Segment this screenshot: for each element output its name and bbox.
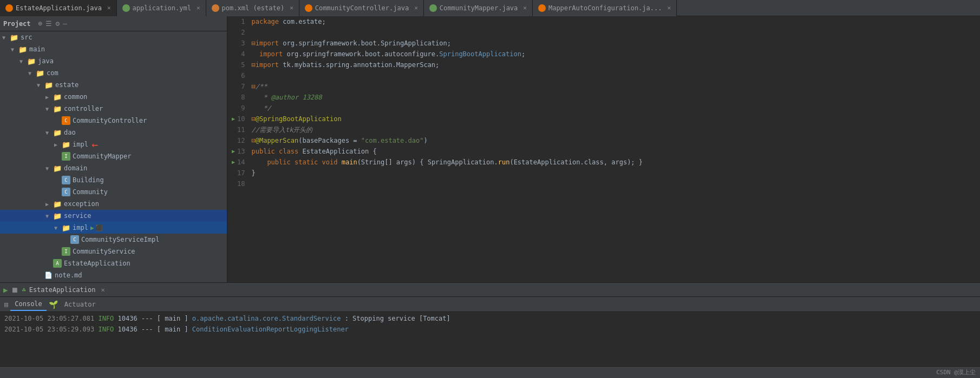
line-num-4: 4 [232, 49, 245, 59]
tree-item-community[interactable]: C Community [0, 186, 227, 198]
expand-arrow: ▶ [45, 201, 52, 207]
line-num-7: 7 [232, 81, 245, 92]
sidebar-icon-3[interactable]: ⚙ [55, 19, 60, 28]
tree-label: dao [64, 129, 76, 136]
java-class-icon: C [62, 116, 70, 125]
line-num-9: 9 [232, 103, 245, 114]
tree-item-estate-application[interactable]: A EstateApplication [0, 257, 227, 269]
tree-label: com [47, 69, 58, 77]
tree-label: service [64, 212, 92, 220]
tab-actuator[interactable]: Actuator [60, 299, 100, 310]
expand-arrow: ▶ [54, 142, 61, 148]
run-app-label: EstateApplication [29, 286, 96, 294]
gutter-run-icon-13[interactable]: ▶ [232, 146, 235, 157]
tree-label: estate [55, 81, 79, 89]
tab-close-icon[interactable]: ✕ [414, 4, 418, 11]
code-line-10: ⊟@SpringBootApplication [251, 114, 980, 124]
expand-arrow: ▼ [45, 106, 52, 112]
folder-icon: 📁 [44, 81, 53, 89]
tree-label: controller [64, 105, 103, 112]
tab-label: application.yml [133, 4, 191, 12]
tab-community-controller[interactable]: CommunityController.java ✕ [299, 0, 424, 16]
stop-icon[interactable]: ⏹ [11, 286, 18, 294]
line-num-18: 18 [232, 178, 245, 189]
log-timestamp: 2021-10-05 23:05:29.093 [4, 326, 94, 333]
main-content: Project ⊕ ☰ ⚙ — ▼ 📁 src ▼ 📁 main ▼ 📁 jav… [0, 16, 980, 282]
tree-item-dao[interactable]: ▼ 📁 dao [0, 127, 227, 138]
java-icon [538, 4, 546, 12]
code-line-2 [251, 27, 980, 38]
tree-label: CommunityController [73, 117, 147, 124]
tree-label: CommunityServiceImpl [81, 236, 160, 243]
tree-item-impl-dao[interactable]: ▶ 📁 impl ← [0, 138, 227, 150]
tab-mapper-auto[interactable]: MapperAutoConfiguration.ja... ✕ [533, 0, 677, 16]
line-num-17: 17 [232, 168, 245, 178]
tree-item-note-md[interactable]: 📄 note.md [0, 269, 227, 281]
tree-item-exception[interactable]: ▶ 📁 exception [0, 198, 227, 210]
tab-application-yml[interactable]: application.yml ✕ [117, 0, 206, 16]
tree-item-community-service-impl[interactable]: C CommunityServiceImpl [0, 234, 227, 246]
app-icon-small: ☘ [22, 286, 25, 294]
arrow-annotation: ← [92, 138, 98, 151]
sidebar-title: Project [3, 20, 31, 28]
tree-item-community-service[interactable]: I CommunityService [0, 246, 227, 257]
tab-label: pom.xml (estate) [222, 4, 285, 12]
xml-icon [212, 4, 219, 12]
tree-item-com[interactable]: ▼ 📁 com [0, 67, 227, 79]
tab-label: CommunityMapper.java [440, 4, 518, 12]
tab-close-icon[interactable]: ✕ [523, 4, 527, 11]
log-timestamp: 2021-10-05 23:05:27.081 [4, 315, 94, 322]
app-icon: A [53, 259, 62, 268]
code-line-8: * @author 13288 [251, 92, 980, 103]
tab-close-icon[interactable]: ✕ [197, 4, 200, 11]
sidebar-icon-2[interactable]: ☰ [45, 19, 52, 28]
tree-item-community-mapper[interactable]: I CommunityMapper [0, 150, 227, 162]
tree-item-src[interactable]: ▼ 📁 src [0, 31, 227, 43]
expand-arrow: ▼ [45, 165, 52, 171]
gutter-run-icon-14[interactable]: ▶ [232, 157, 235, 168]
run-icon-bottom[interactable]: ▶ [3, 286, 8, 294]
line-num-11: 11 [232, 124, 245, 135]
tab-label: CommunityController.java [315, 4, 409, 12]
tree-item-domain[interactable]: ▼ 📁 domain [0, 162, 227, 174]
expand-arrow: ▼ [11, 47, 17, 52]
tab-label: MapperAutoConfiguration.ja... [548, 4, 662, 12]
folder-icon: 📁 [18, 45, 27, 54]
close-run-icon[interactable]: ✕ [101, 286, 105, 294]
tree-item-controller[interactable]: ▼ 📁 controller [0, 103, 227, 115]
tree-label: Building [73, 176, 104, 184]
status-bar: CSDN @漠上尘 [0, 366, 980, 378]
tab-estate-app[interactable]: EstateApplication.java ✕ [0, 0, 117, 16]
line-num-5: 5 [232, 59, 245, 70]
folder-icon: 📁 [53, 200, 62, 208]
code-line-18 [251, 178, 980, 189]
line-num-8: 8 [232, 92, 245, 103]
tab-close-icon[interactable]: ✕ [667, 4, 671, 11]
tree-item-java[interactable]: ▼ 📁 java [0, 55, 227, 67]
gutter-run-icon[interactable]: ▶ [232, 114, 235, 124]
sidebar-icon-4[interactable]: — [63, 19, 67, 28]
tab-pom-xml[interactable]: pom.xml (estate) ✕ [206, 0, 299, 16]
interface-icon: I [62, 247, 70, 256]
code-lines[interactable]: package com.estate; ⊟import org.springfr… [249, 16, 980, 282]
tree-item-service[interactable]: ▼ 📁 service [0, 210, 227, 222]
log-line-2: 2021-10-05 23:05:29.093 INFO 10436 --- [… [4, 324, 976, 335]
sidebar-icon-1[interactable]: ⊕ [38, 19, 43, 28]
tree-item-common[interactable]: ▶ 📁 common [0, 91, 227, 103]
tab-close-icon[interactable]: ✕ [107, 4, 111, 11]
tree-item-community-controller[interactable]: C CommunityController [0, 115, 227, 127]
interface-icon: I [62, 152, 70, 161]
tab-console[interactable]: Console [10, 298, 47, 311]
tree-item-estate[interactable]: ▼ 📁 estate [0, 79, 227, 91]
tree-item-building[interactable]: C Building [0, 174, 227, 186]
expand-arrow: ▼ [19, 58, 26, 64]
tree-item-impl-service[interactable]: ▼ 📁 impl ▶ ⬛ [0, 222, 227, 234]
expand-arrow: ▶ [45, 94, 52, 100]
folder-icon: 📁 [53, 164, 62, 173]
sidebar: Project ⊕ ☰ ⚙ — ▼ 📁 src ▼ 📁 main ▼ 📁 jav… [0, 16, 227, 282]
tab-close-icon[interactable]: ✕ [290, 4, 293, 11]
status-text: CSDN @漠上尘 [936, 368, 976, 376]
tree-item-main[interactable]: ▼ 📁 main [0, 43, 227, 55]
log-thread: main [165, 326, 180, 333]
tab-community-mapper[interactable]: CommunityMapper.java ✕ [424, 0, 533, 16]
